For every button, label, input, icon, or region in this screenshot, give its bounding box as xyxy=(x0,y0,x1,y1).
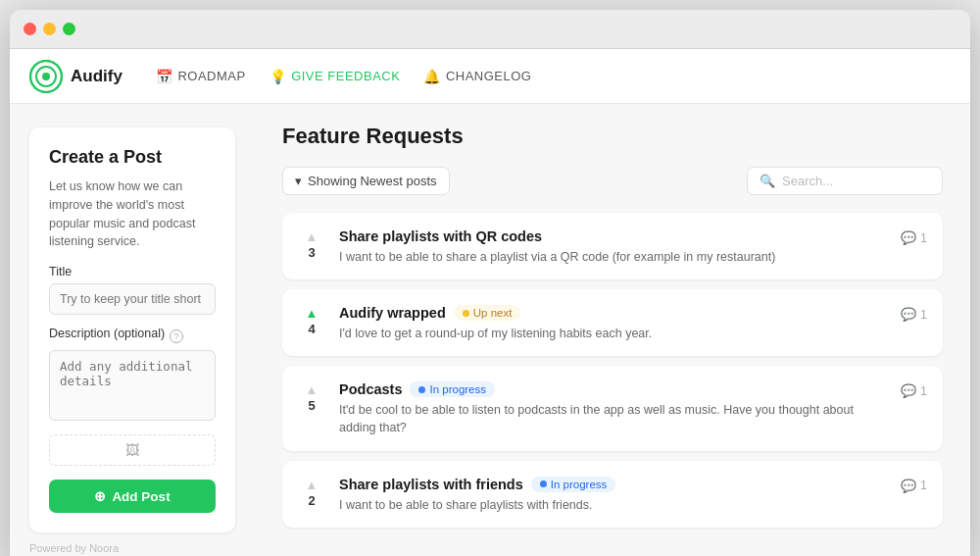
title-input[interactable] xyxy=(49,283,216,315)
comment-count: 1 xyxy=(920,231,927,245)
feedback-icon: 💡 xyxy=(270,69,287,84)
vote-col: ▲ 4 xyxy=(298,305,325,336)
nav-feedback-label: GIVE FEEDBACK xyxy=(291,69,400,83)
nav-changelog-label: CHANGELOG xyxy=(446,69,532,83)
post-body: Podcasts In progress It'd be cool to be … xyxy=(339,381,887,436)
powered-by: Powered by Noora xyxy=(29,542,235,554)
comment-count: 1 xyxy=(920,479,927,492)
add-post-button[interactable]: ⊕ Add Post xyxy=(49,480,216,513)
post-excerpt: I'd love to get a round-up of my listeni… xyxy=(339,325,887,342)
close-button[interactable] xyxy=(24,23,36,35)
vote-up-arrow[interactable]: ▲ xyxy=(306,307,318,320)
vote-col: ▲ 2 xyxy=(298,477,325,508)
post-title: Share playlists with friends xyxy=(339,477,523,492)
post-excerpt: I want to be able to share a playlist vi… xyxy=(339,248,887,266)
create-post-title: Create a Post xyxy=(49,147,216,168)
vote-up-arrow[interactable]: ▲ xyxy=(306,383,318,396)
post-card: ▲ 4 Audify wrapped Up next I'd love to g… xyxy=(282,289,943,356)
post-title-row: Share playlists with friends In progress xyxy=(339,477,887,492)
badge-label: Up next xyxy=(473,307,513,319)
changelog-icon: 🔔 xyxy=(423,69,441,84)
titlebar xyxy=(10,10,970,49)
main-content: Create a Post Let us know how we can imp… xyxy=(10,104,970,556)
vote-count: 4 xyxy=(308,322,315,336)
logo[interactable]: Audify xyxy=(29,60,122,93)
post-meta: 💬 1 xyxy=(901,305,927,322)
post-meta: 💬 1 xyxy=(901,228,927,245)
image-icon: 🖼 xyxy=(125,442,139,458)
post-body: Share playlists with QR codes I want to … xyxy=(339,228,887,266)
post-card: ▲ 5 Podcasts In progress It'd be cool to… xyxy=(282,366,943,450)
badge-dot xyxy=(418,386,425,393)
nav-roadmap[interactable]: 📅 ROADMAP xyxy=(156,69,246,84)
vote-up-arrow[interactable]: ▲ xyxy=(306,230,318,243)
comment-icon: 💬 xyxy=(901,383,916,398)
post-card: ▲ 2 Share playlists with friends In prog… xyxy=(282,461,943,528)
nav-changelog[interactable]: 🔔 CHANGELOG xyxy=(423,69,531,84)
nav-feedback[interactable]: 💡 GIVE FEEDBACK xyxy=(270,69,401,84)
create-post-description: Let us know how we can improve the world… xyxy=(49,177,216,251)
title-label: Title xyxy=(49,265,216,278)
post-body: Audify wrapped Up next I'd love to get a… xyxy=(339,305,887,342)
vote-col: ▲ 3 xyxy=(298,228,325,260)
roadmap-icon: 📅 xyxy=(156,69,173,84)
logo-text: Audify xyxy=(71,67,122,86)
post-meta: 💬 1 xyxy=(901,381,927,398)
search-input[interactable] xyxy=(782,174,930,188)
vote-count: 3 xyxy=(308,245,315,260)
description-label: Description (optional) xyxy=(49,327,165,340)
badge-label: In progress xyxy=(429,383,486,395)
logo-icon xyxy=(29,60,63,93)
vote-up-arrow[interactable]: ▲ xyxy=(306,479,318,491)
vote-count: 2 xyxy=(308,493,315,508)
post-excerpt: It'd be cool to be able to listen to pod… xyxy=(339,401,887,436)
search-box: 🔍 xyxy=(747,167,943,195)
description-textarea[interactable] xyxy=(49,350,216,421)
image-upload-area[interactable]: 🖼 xyxy=(49,434,216,466)
search-icon: 🔍 xyxy=(760,174,775,188)
comment-count: 1 xyxy=(920,384,927,398)
traffic-lights xyxy=(24,23,75,35)
create-post-card: Create a Post Let us know how we can imp… xyxy=(29,127,235,532)
post-card: ▲ 3 Share playlists with QR codes I want… xyxy=(282,213,943,279)
badge-dot xyxy=(540,480,547,487)
filter-label: Showing Newest posts xyxy=(308,174,437,188)
post-title: Audify wrapped xyxy=(339,305,446,321)
maximize-button[interactable] xyxy=(63,23,75,35)
right-content: Feature Requests ▾ Showing Newest posts … xyxy=(255,104,970,556)
minimize-button[interactable] xyxy=(43,23,56,35)
add-post-icon: ⊕ xyxy=(94,488,106,504)
posts-list: ▲ 3 Share playlists with QR codes I want… xyxy=(282,213,943,528)
help-icon[interactable]: ? xyxy=(170,329,183,343)
filter-row: ▾ Showing Newest posts 🔍 xyxy=(282,167,943,195)
post-excerpt: I want to be able to share playlists wit… xyxy=(339,496,887,514)
post-title-row: Share playlists with QR codes xyxy=(339,228,887,244)
status-badge: Up next xyxy=(454,305,521,321)
post-meta: 💬 1 xyxy=(901,477,927,493)
nav-roadmap-label: ROADMAP xyxy=(177,69,245,83)
filter-chevron-icon: ▾ xyxy=(295,174,302,188)
badge-label: In progress xyxy=(551,479,608,490)
comment-count: 1 xyxy=(920,308,927,322)
post-body: Share playlists with friends In progress… xyxy=(339,477,887,514)
vote-col: ▲ 5 xyxy=(298,381,325,413)
post-title: Podcasts xyxy=(339,381,402,397)
post-title-row: Audify wrapped Up next xyxy=(339,305,887,321)
sidebar: Create a Post Let us know how we can imp… xyxy=(10,104,255,556)
navbar: Audify 📅 ROADMAP 💡 GIVE FEEDBACK 🔔 CHANG… xyxy=(10,49,970,104)
post-title: Share playlists with QR codes xyxy=(339,228,542,244)
app-window: Audify 📅 ROADMAP 💡 GIVE FEEDBACK 🔔 CHANG… xyxy=(10,10,970,556)
description-label-row: Description (optional) ? xyxy=(49,327,216,345)
filter-dropdown[interactable]: ▾ Showing Newest posts xyxy=(282,167,450,195)
status-badge: In progress xyxy=(531,477,616,492)
comment-icon: 💬 xyxy=(901,307,916,322)
svg-point-2 xyxy=(42,73,50,80)
badge-dot xyxy=(463,310,469,317)
vote-count: 5 xyxy=(308,398,315,413)
add-post-label: Add Post xyxy=(112,489,170,504)
comment-icon: 💬 xyxy=(901,479,916,493)
page-title: Feature Requests xyxy=(282,124,943,149)
comment-icon: 💬 xyxy=(901,230,916,245)
post-title-row: Podcasts In progress xyxy=(339,381,887,397)
status-badge: In progress xyxy=(410,381,495,397)
